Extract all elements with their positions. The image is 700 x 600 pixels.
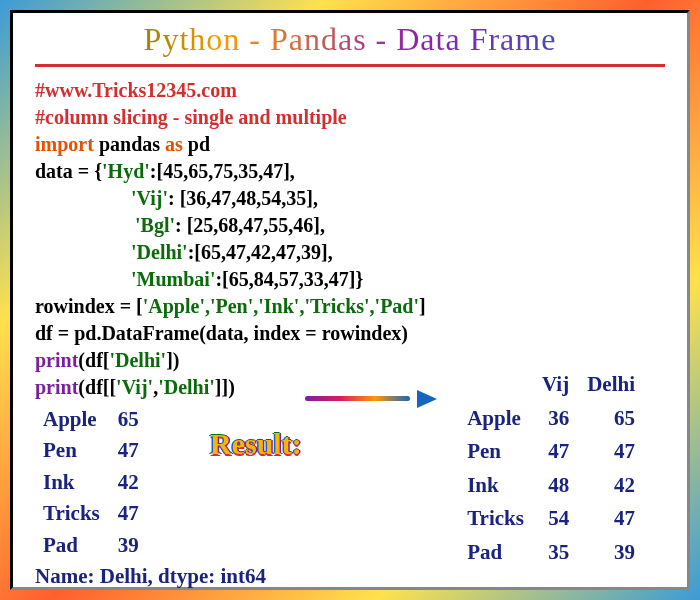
dict-key: 'Vij' xyxy=(131,187,168,209)
fn-print: print xyxy=(35,349,78,371)
table-row: Pen47 xyxy=(35,436,149,467)
kw-as: as xyxy=(165,133,183,155)
dict-key: 'Mumbai' xyxy=(131,268,215,290)
dict-key: 'Delhi' xyxy=(131,241,188,263)
txt: pd xyxy=(183,133,210,155)
table-row: Pad3539 xyxy=(459,537,645,571)
dict-key: 'Hyd' xyxy=(102,160,150,182)
table-row: Tricks47 xyxy=(35,499,149,530)
kw-import: import xyxy=(35,133,94,155)
txt: : [36,47,48,54,35], xyxy=(168,187,318,209)
str: 'Delhi' xyxy=(158,376,215,398)
table-row: Pen4747 xyxy=(459,436,645,470)
comment-line: #www.Tricks12345.com xyxy=(35,79,237,101)
output-right: VijDelhi Apple3665 Pen4747 Ink4842 Trick… xyxy=(459,369,645,570)
table-header: VijDelhi xyxy=(459,369,645,403)
code-block: #www.Tricks12345.com #column slicing - s… xyxy=(35,77,665,401)
comment-line: #column slicing - single and multiple xyxy=(35,106,347,128)
str: 'Delhi' xyxy=(109,349,166,371)
arrow-icon xyxy=(305,389,435,407)
dict-key: 'Bgl' xyxy=(135,214,175,236)
table-row: Pad39 xyxy=(35,531,149,562)
txt: df = pd.DataFrame(data, index = rowindex… xyxy=(35,322,408,344)
txt: (df[ xyxy=(78,349,109,371)
txt: data = { xyxy=(35,160,102,182)
series-footer: Name: Delhi, dtype: int64 xyxy=(35,562,266,591)
table-row: Apple3665 xyxy=(459,403,645,437)
txt: pandas xyxy=(94,133,165,155)
txt: :[65,84,57,33,47]} xyxy=(215,268,363,290)
list-literal: 'Apple','Pen','Ink','Tricks','Pad' xyxy=(143,295,419,317)
txt: (df[[ xyxy=(78,376,116,398)
result-area: Result: Apple65 Pen47 Ink42 Tricks47 Pad… xyxy=(35,405,665,591)
txt: ]]) xyxy=(215,376,235,398)
txt: ]) xyxy=(166,349,179,371)
fn-print: print xyxy=(35,376,78,398)
page-title: Python - Pandas - Data Frame xyxy=(35,21,665,67)
str: 'Vij' xyxy=(116,376,153,398)
table-row: Ink42 xyxy=(35,468,149,499)
table-row: Apple65 xyxy=(35,405,149,436)
txt: :[65,47,42,47,39], xyxy=(188,241,333,263)
table-row: Ink4842 xyxy=(459,470,645,504)
card: Python - Pandas - Data Frame #www.Tricks… xyxy=(10,10,690,590)
dataframe-output: VijDelhi Apple3665 Pen4747 Ink4842 Trick… xyxy=(459,369,645,570)
txt: rowindex = [ xyxy=(35,295,143,317)
result-label: Result: xyxy=(210,427,302,461)
txt: :[45,65,75,35,47], xyxy=(150,160,295,182)
txt: : [25,68,47,55,46], xyxy=(175,214,325,236)
txt: ] xyxy=(419,295,426,317)
table-row: Tricks5447 xyxy=(459,503,645,537)
series-output: Apple65 Pen47 Ink42 Tricks47 Pad39 xyxy=(35,405,149,562)
